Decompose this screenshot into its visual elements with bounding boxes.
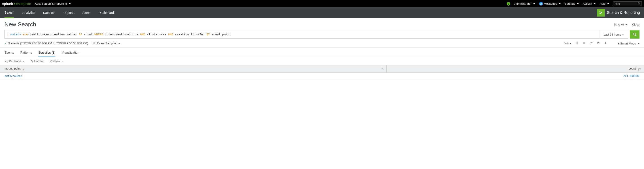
preview-menu[interactable]: Preview: [50, 60, 64, 63]
svg-line-3: [635, 35, 636, 36]
nav-dashboards[interactable]: Dashboards: [98, 8, 120, 18]
find-input[interactable]: Find: [613, 1, 642, 6]
navbar-app-brand[interactable]: > Search & Reporting: [597, 8, 644, 18]
app-selector-label: App: Search & Reporting: [35, 2, 67, 5]
messages-label: Messages: [544, 2, 557, 5]
search-status-strip: ✓ 3 events (7/12/20 9:00:00.000 PM to 7/…: [0, 40, 644, 48]
user-menu[interactable]: Administrator: [514, 2, 535, 5]
svg-rect-4: [576, 42, 576, 44]
tab-events[interactable]: Events: [4, 50, 14, 57]
settings-label: Settings: [564, 2, 575, 5]
time-range-picker[interactable]: Last 24 hours: [600, 30, 628, 39]
info-icon: i: [507, 2, 510, 6]
run-search-button[interactable]: [630, 30, 640, 39]
table-options: 20 Per Page ✎ Format Preview: [0, 57, 644, 65]
splunk-logo[interactable]: splunk > enterprise: [2, 2, 31, 6]
results-table: mount_point ▲▼ ✎ count ▲▼ ✎ auth/token/ …: [0, 65, 644, 80]
stop-icon[interactable]: [582, 41, 586, 45]
nav-analytics[interactable]: Analytics: [22, 8, 39, 18]
export-icon[interactable]: [604, 41, 607, 45]
tab-statistics[interactable]: Statistics (1): [38, 50, 56, 57]
tab-patterns[interactable]: Patterns: [20, 50, 32, 57]
logo-gt-icon: >: [14, 2, 16, 6]
help-label: Help: [600, 2, 606, 5]
bulb-icon: ♦: [618, 42, 620, 45]
page-title: New Search: [4, 21, 36, 28]
app-logo-icon: >: [597, 9, 605, 16]
nav-alerts[interactable]: Alerts: [82, 8, 94, 18]
check-icon: ✓: [4, 42, 7, 45]
cell-mount-point: auth/token/: [0, 73, 386, 80]
activity-menu[interactable]: Activity: [583, 2, 596, 5]
event-sampling-menu[interactable]: No Event Sampling: [92, 42, 120, 45]
nav-bar: Search Analytics Datasets Reports Alerts…: [0, 8, 644, 18]
nav-reports[interactable]: Reports: [64, 8, 78, 18]
info-badge[interactable]: i: [507, 2, 510, 6]
svg-rect-6: [583, 42, 585, 44]
edit-column-icon[interactable]: ✎: [639, 67, 641, 70]
close-button[interactable]: Close: [632, 23, 640, 26]
search-icon: [632, 32, 636, 36]
svg-rect-8: [598, 42, 599, 42]
column-header-count[interactable]: count ▲▼ ✎: [386, 65, 644, 73]
search-icon: [638, 2, 640, 5]
results-tabs: Events Patterns Statistics (1) Visualiza…: [0, 48, 644, 57]
messages-count-badge: 2: [539, 2, 543, 6]
job-menu[interactable]: Job: [564, 42, 571, 45]
sort-icon: ▲▼: [22, 68, 24, 71]
svg-rect-9: [598, 43, 599, 44]
topbar-right: i Administrator 2 Messages Settings Acti…: [507, 1, 642, 6]
save-as-button[interactable]: Save As: [614, 23, 627, 26]
messages-menu[interactable]: 2 Messages: [539, 2, 560, 6]
per-page-menu[interactable]: 20 Per Page: [5, 60, 24, 63]
find-placeholder: Find: [615, 2, 620, 5]
navbar-app-name: Search & Reporting: [607, 10, 640, 15]
svg-line-1: [639, 4, 640, 4]
pencil-icon: ✎: [31, 60, 33, 63]
format-button[interactable]: ✎ Format: [31, 60, 44, 63]
help-menu[interactable]: Help: [600, 2, 609, 5]
app-selector[interactable]: App: Search & Reporting: [35, 2, 71, 5]
nav-search[interactable]: Search: [4, 8, 14, 18]
top-bar: splunk > enterprise App: Search & Report…: [0, 0, 644, 8]
logo-text-enterprise: enterprise: [16, 2, 31, 6]
search-input[interactable]: | mstats sum (vault.token.creation.value…: [4, 30, 600, 39]
user-menu-label: Administrator: [514, 2, 532, 5]
events-summary: 3 events (7/12/20 9:00:00.000 PM to 7/13…: [8, 42, 88, 45]
settings-menu[interactable]: Settings: [564, 2, 579, 5]
logo-text-splunk: splunk: [2, 2, 13, 6]
title-row: New Search Save As Close: [0, 18, 644, 30]
edit-column-icon[interactable]: ✎: [382, 67, 384, 70]
table-row[interactable]: auth/token/ 201.000000: [0, 73, 644, 80]
pause-icon[interactable]: [575, 41, 578, 45]
column-header-mount-point[interactable]: mount_point ▲▼ ✎: [0, 65, 386, 73]
svg-rect-5: [577, 42, 578, 44]
time-range-label: Last 24 hours: [604, 33, 621, 36]
share-icon[interactable]: [590, 41, 593, 45]
svg-point-0: [638, 2, 640, 4]
activity-label: Activity: [583, 2, 592, 5]
print-icon[interactable]: [597, 41, 600, 45]
smart-mode-menu[interactable]: ♦ Smart Mode: [618, 42, 640, 45]
cell-count: 201.000000: [386, 73, 644, 80]
nav-datasets[interactable]: Datasets: [43, 8, 59, 18]
tab-visualization[interactable]: Visualization: [62, 50, 79, 57]
